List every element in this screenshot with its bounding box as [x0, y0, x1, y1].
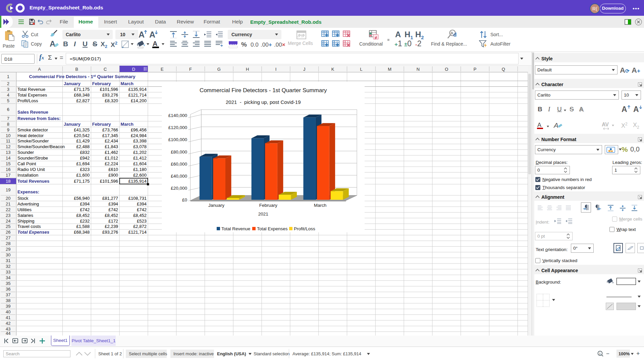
- svg-text:J: J: [303, 67, 306, 72]
- svg-text:Revenue from Sales:: Revenue from Sales:: [17, 116, 61, 121]
- svg-text:March: March: [314, 203, 327, 208]
- svg-text:A: A: [153, 40, 157, 47]
- svg-text:2021: 2021: [258, 212, 268, 217]
- svg-text:£93,276: £93,276: [102, 230, 118, 235]
- svg-text:3: 3: [7, 87, 9, 92]
- svg-text:£40,000: £40,000: [171, 174, 187, 179]
- svg-text:39: 39: [6, 304, 10, 309]
- svg-text:2: 2: [7, 81, 9, 86]
- svg-text:£2,488: £2,488: [76, 144, 90, 149]
- svg-text:£1,429: £1,429: [76, 138, 90, 143]
- svg-text:11: 11: [6, 138, 11, 143]
- svg-text:Heat detector: Heat detector: [17, 133, 44, 138]
- svg-text:44: 44: [6, 331, 10, 336]
- svg-text:£41,325: £41,325: [74, 127, 90, 132]
- svg-text:£17,345: £17,345: [102, 133, 118, 138]
- svg-text:Salaries: Salaries: [17, 213, 33, 218]
- svg-text:32: 32: [6, 264, 10, 269]
- svg-text:£1,412: £1,412: [133, 156, 147, 161]
- svg-text:19: 19: [6, 187, 10, 192]
- svg-text:Installation: Installation: [17, 173, 38, 178]
- svg-text:d: d: [453, 32, 457, 38]
- svg-text:7: 7: [7, 116, 9, 121]
- svg-text:£1,012: £1,012: [105, 156, 118, 161]
- svg-text:G: G: [217, 67, 221, 72]
- svg-text:A: A: [149, 30, 155, 39]
- svg-text:25: 25: [6, 224, 10, 229]
- svg-text:£394: £394: [80, 201, 90, 206]
- svg-text:21: 21: [6, 201, 10, 206]
- svg-text:Call Point: Call Point: [17, 161, 36, 166]
- svg-text:£8,452: £8,452: [105, 213, 118, 218]
- svg-text:£1,588: £1,588: [76, 224, 90, 229]
- svg-text:£71,175: £71,175: [74, 87, 90, 92]
- svg-text:£1,694: £1,694: [76, 161, 90, 166]
- svg-text:£60,000: £60,000: [171, 162, 187, 167]
- svg-text:£14,200: £14,200: [131, 98, 147, 103]
- svg-text:Sounder: Sounder: [17, 150, 34, 155]
- svg-text:16: 16: [6, 167, 10, 172]
- svg-text:37: 37: [6, 292, 10, 297]
- svg-text:Advertising: Advertising: [17, 201, 39, 206]
- svg-text:Commercial Fire Detectors - 1s: Commercial Fire Detectors - 1st Quarter …: [200, 87, 327, 94]
- svg-text:£1,202: £1,202: [133, 150, 147, 155]
- svg-text:£1,180: £1,180: [133, 167, 147, 172]
- svg-text:Stock: Stock: [17, 196, 29, 201]
- svg-text:£96,456: £96,456: [131, 127, 147, 132]
- svg-text:5: 5: [7, 98, 9, 103]
- svg-text:H: H: [246, 67, 249, 72]
- svg-text:Total Revenue: Total Revenue: [221, 226, 250, 231]
- svg-text:£742: £742: [137, 207, 147, 212]
- svg-text:C: C: [104, 67, 107, 72]
- svg-text:Smoke detector: Smoke detector: [17, 127, 48, 132]
- svg-text:1: 1: [599, 352, 601, 355]
- svg-text:£120,000: £120,000: [168, 125, 187, 130]
- svg-text:£1,600: £1,600: [76, 173, 90, 178]
- svg-text:Expenses:: Expenses:: [17, 189, 39, 194]
- svg-text:30: 30: [6, 252, 10, 257]
- svg-text:February: February: [92, 81, 111, 86]
- svg-text:£2,224: £2,224: [105, 161, 118, 166]
- svg-text:February: February: [92, 122, 111, 127]
- svg-text:January: January: [64, 81, 81, 86]
- svg-text:£20,542: £20,542: [74, 133, 90, 138]
- svg-text:35: 35: [6, 281, 10, 286]
- svg-text:20: 20: [6, 196, 10, 201]
- svg-text:4: 4: [7, 93, 9, 98]
- svg-text:26: 26: [6, 230, 10, 235]
- svg-text:Radio I/O Unit: Radio I/O Unit: [17, 167, 45, 172]
- svg-text:P: P: [474, 67, 477, 72]
- svg-text:Commercial Fire Detectors - 1s: Commercial Fire Detectors - 1st Quarter …: [29, 74, 136, 79]
- svg-text:Total Revenues: Total Revenues: [17, 179, 49, 184]
- svg-text:£56,940: £56,940: [74, 196, 90, 201]
- svg-text:Smoke/Sounder: Smoke/Sounder: [17, 138, 49, 143]
- svg-text:Total Expenses: Total Expenses: [17, 230, 49, 235]
- svg-text:A: A: [633, 105, 639, 114]
- svg-text:£80,000: £80,000: [171, 149, 187, 155]
- svg-text:February: February: [259, 203, 277, 208]
- svg-text:£742: £742: [80, 207, 90, 212]
- svg-text:£2,434: £2,434: [105, 138, 118, 143]
- svg-text:£394: £394: [137, 201, 147, 206]
- svg-text:£172: £172: [108, 219, 118, 224]
- svg-text:£832: £832: [80, 150, 90, 155]
- svg-text:9: 9: [7, 127, 9, 132]
- svg-text:£3,078: £3,078: [133, 144, 147, 149]
- svg-text:A: A: [139, 30, 145, 39]
- svg-text:Sales Revenue: Sales Revenue: [17, 110, 48, 115]
- svg-text:£0: £0: [182, 197, 187, 202]
- svg-text:£8,320: £8,320: [105, 98, 118, 103]
- svg-text:£20,000: £20,000: [171, 186, 187, 191]
- svg-text:27: 27: [6, 235, 10, 240]
- svg-text:£81,277: £81,277: [102, 196, 118, 201]
- svg-text:I: I: [275, 67, 277, 72]
- svg-text:A: A: [537, 122, 541, 128]
- svg-text:£108,731: £108,731: [128, 196, 147, 201]
- svg-text:F: F: [189, 67, 192, 72]
- svg-text:£8,452: £8,452: [76, 213, 90, 218]
- svg-text:D: D: [132, 67, 135, 72]
- svg-text:A: A: [50, 39, 55, 48]
- svg-text:14: 14: [6, 156, 10, 161]
- svg-text:24: 24: [6, 219, 10, 224]
- svg-text:10: 10: [6, 133, 10, 138]
